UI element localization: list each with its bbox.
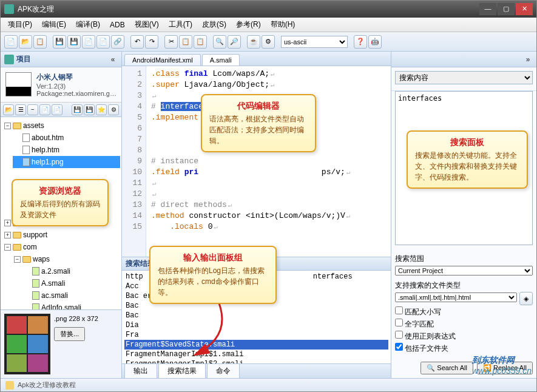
tree-file[interactable]: about.htm (32, 132, 64, 143)
tree-folder[interactable]: support (23, 229, 47, 240)
clipboard-icon[interactable]: 📋 (33, 35, 47, 49)
subfolders-checkbox[interactable] (395, 343, 403, 351)
tree-folder[interactable]: com (23, 242, 37, 252)
regex-checkbox[interactable] (395, 331, 403, 339)
help-icon[interactable]: ❓ (354, 35, 367, 49)
replace-button[interactable]: 替换... (54, 327, 85, 341)
tree-doc1-icon[interactable]: 📄 (39, 104, 50, 115)
tree-folder[interactable]: waps (33, 254, 50, 265)
tab-manifest[interactable]: AndroidManifest.xml (124, 54, 201, 66)
opt-regex[interactable]: 使用正则表达式 (395, 330, 533, 342)
filetypes-select[interactable]: .smali|.xml|.txt|.htm|.html (395, 292, 517, 302)
tree-file-selected[interactable]: help1.png (32, 157, 64, 167)
tree-collapse-icon[interactable]: − (27, 104, 38, 115)
expand-icon[interactable]: − (4, 244, 11, 251)
open-icon[interactable]: 📂 (19, 35, 32, 49)
filetypes-browse-icon[interactable]: ◈ (519, 292, 533, 305)
find-icon[interactable]: 🔍 (213, 35, 226, 49)
line-gutter: 123456789101112131415 (122, 66, 146, 257)
tree-open-icon[interactable]: 📂 (3, 104, 14, 115)
result-row[interactable]: FragmentManagerImpl$1.smali (124, 350, 388, 359)
menu-help[interactable]: 帮助(H) (266, 18, 300, 32)
tab-command[interactable]: 命令 (207, 363, 240, 378)
menu-tools[interactable]: 工具(T) (164, 18, 197, 32)
expand-icon[interactable]: − (14, 256, 21, 263)
expand-icon[interactable]: + (4, 232, 11, 238)
opt-case[interactable]: 匹配大小写 (395, 306, 533, 318)
image-file-icon (22, 158, 30, 166)
menu-compile[interactable]: 编译(B) (71, 18, 105, 32)
project-name: 小米人钢琴 (36, 72, 117, 83)
search-all-button[interactable]: 🔍 Search All (420, 362, 473, 374)
menu-view[interactable]: 视图(V) (130, 18, 164, 32)
collapse-icon[interactable]: « (108, 55, 118, 64)
undo-icon[interactable]: ↶ (130, 35, 144, 49)
findrepl-icon[interactable]: 🔎 (228, 35, 241, 49)
callout-resources: 资源浏览器 反编译后得到的所有源码及资源文件 (12, 179, 109, 226)
result-row[interactable]: Bac (124, 311, 388, 320)
doc2-icon[interactable]: 📄 (96, 35, 110, 49)
app-title: APK改之理 (18, 4, 478, 15)
copy-icon[interactable]: 📋 (179, 35, 192, 49)
opt-whole[interactable]: 全字匹配 (395, 318, 533, 330)
tree-file[interactable]: AdInfo.smali (41, 302, 81, 309)
tab-smali[interactable]: A.smali (202, 54, 240, 66)
java-icon[interactable]: ☕ (247, 35, 260, 49)
tree-save2-icon[interactable]: 💾 (84, 104, 95, 115)
callout-editor: 代码编辑器 语法高亮，根据文件类型自动匹配语法；支持多文档同时编辑。 (201, 94, 316, 152)
preview-panel: .png 228 x 372 替换... (1, 309, 121, 378)
cut-icon[interactable]: ✂ (164, 35, 178, 49)
tree-folder[interactable]: assets (23, 120, 44, 131)
result-row[interactable]: Dia (124, 320, 388, 330)
tree-gear-icon[interactable]: ⚙ (108, 104, 119, 115)
doc-icon[interactable]: 📄 (82, 35, 95, 49)
tree-save-icon[interactable]: 💾 (72, 104, 83, 115)
android-icon[interactable]: 🤖 (368, 35, 382, 49)
expand-icon[interactable]: + (4, 220, 11, 226)
status-text: Apk改之理修改教程 (18, 380, 76, 390)
search-content-select[interactable]: 搜索内容 (395, 71, 533, 84)
tree-file[interactable]: A.smali (41, 278, 65, 289)
result-row[interactable]: Fra (124, 330, 388, 340)
menu-edit[interactable]: 编辑(E) (37, 18, 71, 32)
tree-file[interactable]: help.htm (32, 144, 59, 155)
saveall-icon[interactable]: 💾 (67, 35, 81, 49)
project-info: 小米人钢琴 Ver:1.2(3) Package:net.xiaomiren.g… (1, 67, 121, 103)
tree-doc2-icon[interactable]: 📄 (52, 104, 62, 115)
case-checkbox[interactable] (395, 306, 403, 314)
tab-search-results[interactable]: 搜索结果 (158, 363, 206, 378)
menu-adb[interactable]: ADB (105, 19, 130, 31)
save-icon[interactable]: 💾 (53, 35, 66, 49)
tree-file[interactable]: a.2.smali (41, 266, 70, 277)
menu-skin[interactable]: 皮肤(S) (197, 18, 231, 32)
collapse-right-icon[interactable]: » (523, 55, 533, 64)
result-row-selected[interactable]: Fragment$SavedState.smali (124, 340, 388, 350)
paste-icon[interactable]: 📋 (194, 35, 207, 49)
encoding-select[interactable]: us-ascii (281, 36, 348, 48)
redo-icon[interactable]: ↷ (145, 35, 158, 49)
tree-star-icon[interactable]: ⭐ (96, 104, 107, 115)
menu-project[interactable]: 项目(P) (3, 18, 37, 32)
tree-toolbar: 📂 ☰ − 📄 📄 💾 💾 ⭐ ⚙ (1, 103, 121, 117)
minimize-button[interactable]: — (479, 3, 496, 15)
expand-icon[interactable]: − (4, 123, 11, 129)
opt-subfolders[interactable]: 包括子文件夹 (395, 342, 533, 354)
status-icon (5, 381, 14, 390)
tree-file[interactable]: ac.smali (41, 290, 68, 301)
scope-select[interactable]: Current Project (395, 266, 533, 275)
result-row[interactable]: FragmentManagerImpl$2.smali (124, 359, 388, 363)
link-icon[interactable]: 🔗 (111, 35, 124, 49)
gear-icon[interactable]: ⚙ (262, 35, 275, 49)
whole-checkbox[interactable] (395, 319, 403, 326)
new-icon[interactable]: 📄 (4, 35, 18, 49)
smali-file-icon (32, 267, 39, 275)
tree-list-icon[interactable]: ☰ (15, 104, 26, 115)
project-icon (4, 55, 14, 64)
maximize-button[interactable]: ▢ (498, 3, 515, 15)
close-button[interactable]: ✕ (516, 3, 533, 15)
tab-output[interactable]: 输出 (124, 363, 157, 378)
smali-file-icon (32, 279, 39, 288)
app-icon (4, 4, 14, 14)
project-panel-title: 项目 (16, 54, 31, 64)
menu-reference[interactable]: 参考(R) (231, 18, 266, 32)
